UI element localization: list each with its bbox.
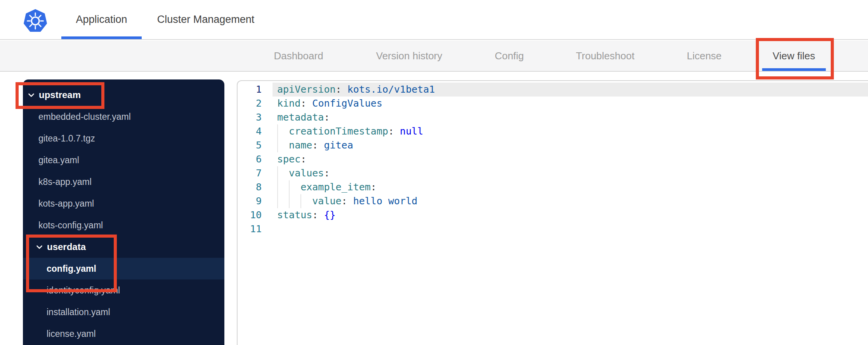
app-subnav: DashboardVersion historyConfigTroublesho…	[0, 41, 868, 72]
yaml-editor[interactable]: 1apiVersion: kots.io/v1beta12kind: Confi…	[237, 80, 868, 345]
tree-file-installation-yaml[interactable]: installation.yaml	[23, 301, 224, 323]
code-line: 3metadata:	[238, 110, 868, 124]
indent-guide	[277, 194, 278, 208]
file-label: installation.yaml	[47, 307, 110, 317]
chevron-down-icon[interactable]	[36, 245, 43, 249]
line-number: 9	[238, 194, 273, 208]
tree-file-license-yaml[interactable]: license.yaml	[23, 323, 224, 345]
nav-item-view-files[interactable]: View files	[773, 41, 815, 71]
nav-item-version-history[interactable]: Version history	[376, 41, 443, 71]
line-number: 5	[238, 138, 273, 152]
line-number: 2	[238, 97, 273, 110]
line-number: 11	[238, 222, 273, 236]
tab-cluster-management[interactable]: Cluster Management	[153, 0, 258, 39]
code-text: name: gitea	[273, 138, 353, 152]
tree-folder-upstream[interactable]: upstream	[23, 84, 224, 106]
line-number: 4	[238, 124, 273, 138]
indent-guide	[277, 180, 278, 194]
file-label: gitea-1.0.7.tgz	[38, 133, 95, 144]
token-str: ConfigValues	[312, 98, 382, 109]
tree-file-gitea-yaml[interactable]: gitea.yaml	[23, 149, 224, 171]
token-plain	[318, 140, 324, 151]
file-label: gitea.yaml	[38, 155, 79, 166]
code-line: 8 example_item:	[238, 180, 868, 194]
indent-guide	[289, 194, 290, 208]
code-text: creationTimestamp: null	[273, 124, 423, 138]
token-str: hello world	[353, 195, 418, 207]
tree-file-gitea-1-0-7-tgz[interactable]: gitea-1.0.7.tgz	[23, 128, 224, 149]
file-label: embedded-cluster.yaml	[38, 112, 131, 122]
token-punct: :	[312, 140, 318, 151]
code-text: status: {}	[273, 208, 336, 222]
nav-item-troubleshoot[interactable]: Troubleshoot	[576, 41, 635, 71]
indent-guide	[277, 124, 278, 138]
token-key: apiVersion	[277, 84, 336, 95]
line-number: 10	[238, 208, 273, 222]
kots-admin-console: ApplicationCluster Management DashboardV…	[0, 0, 868, 345]
token-punct: :	[371, 181, 377, 193]
code-text: example_item:	[273, 180, 377, 194]
folder-label: userdata	[47, 242, 86, 252]
token-punct: :	[324, 112, 330, 123]
tree-folder-userdata[interactable]: userdata	[23, 236, 224, 258]
nav-item-label: Version history	[376, 50, 443, 62]
token-plain	[394, 126, 400, 137]
line-number: 8	[238, 180, 273, 194]
tree-file-identityconfig-yaml[interactable]: identityconfig.yaml	[23, 279, 224, 301]
token-punct: :	[324, 167, 330, 179]
code-text: value: hello world	[273, 194, 417, 208]
code-text: apiVersion: kots.io/v1beta1	[273, 83, 435, 97]
code-text: kind: ConfigValues	[273, 97, 382, 110]
nav-item-label: View files	[773, 50, 815, 62]
token-punct: :	[300, 154, 306, 165]
nav-item-label: License	[687, 50, 722, 62]
code-text: values:	[273, 166, 330, 180]
nav-item-license[interactable]: License	[687, 41, 722, 71]
token-punct: :	[388, 126, 394, 137]
tab-label: Application	[76, 14, 127, 26]
nav-item-label: Troubleshoot	[576, 50, 635, 62]
indent-guide	[300, 194, 301, 208]
token-key: metadata	[277, 112, 324, 123]
chevron-down-icon[interactable]	[28, 93, 35, 97]
code-line: 10status: {}	[238, 208, 868, 222]
indent-guide	[289, 180, 290, 194]
topbar: ApplicationCluster Management	[0, 0, 868, 40]
nav-item-label: Dashboard	[274, 50, 323, 62]
tree-file-kots-app-yaml[interactable]: kots-app.yaml	[23, 193, 224, 214]
editor-code-lines: 1apiVersion: kots.io/v1beta12kind: Confi…	[238, 83, 868, 236]
tree-file-config-yaml[interactable]: config.yaml	[23, 258, 224, 279]
code-line: 4 creationTimestamp: null	[238, 124, 868, 138]
nav-item-config[interactable]: Config	[495, 41, 524, 71]
token-key: creationTimestamp	[289, 126, 388, 137]
tree-file-embedded-cluster-yaml[interactable]: embedded-cluster.yaml	[23, 106, 224, 128]
file-tree: upstreamembedded-cluster.yamlgitea-1.0.7…	[23, 84, 224, 345]
active-nav-underline	[762, 68, 826, 71]
token-str: gitea	[324, 140, 353, 151]
token-plain	[306, 98, 312, 109]
file-label: config.yaml	[47, 264, 96, 274]
nav-item-dashboard[interactable]: Dashboard	[274, 41, 323, 71]
code-text	[273, 222, 277, 236]
tree-file-k8s-app-yaml[interactable]: k8s-app.yaml	[23, 171, 224, 193]
code-line: 6spec:	[238, 152, 868, 166]
token-punct: :	[342, 195, 347, 207]
nav-item-label: Config	[495, 50, 524, 62]
file-label: license.yaml	[47, 329, 96, 339]
file-label: identityconfig.yaml	[47, 285, 120, 296]
token-key: values	[289, 167, 324, 179]
line-number: 3	[238, 110, 273, 124]
folder-label: upstream	[39, 90, 81, 100]
token-key: kind	[277, 98, 300, 109]
code-text: spec:	[273, 152, 306, 166]
line-number: 1	[238, 83, 273, 97]
token-punct: :	[300, 98, 306, 109]
token-key: status	[277, 209, 312, 221]
code-text: metadata:	[273, 110, 330, 124]
line-number: 7	[238, 166, 273, 180]
token-str: kots.io/v1beta1	[347, 84, 435, 95]
tab-application[interactable]: Application	[61, 0, 142, 39]
tree-file-kots-config-yaml[interactable]: kots-config.yaml	[23, 214, 224, 236]
token-key: example_item	[300, 181, 371, 193]
token-kw: {}	[324, 209, 335, 221]
